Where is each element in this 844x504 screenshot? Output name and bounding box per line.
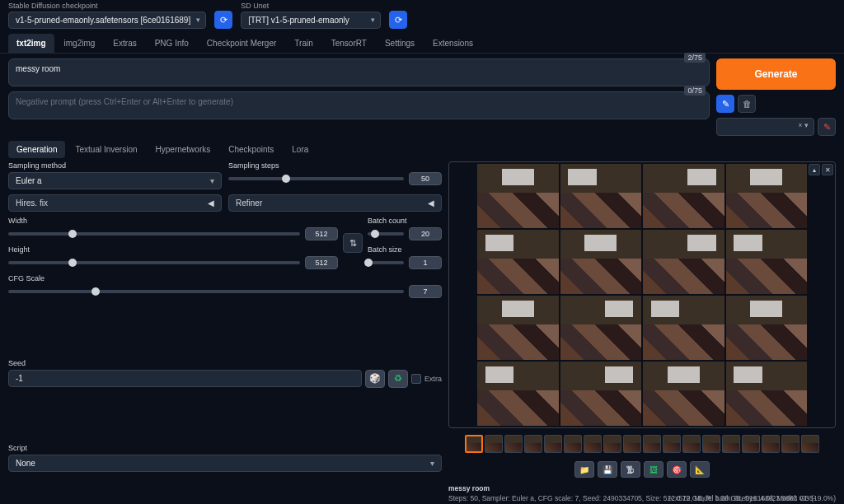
height-value[interactable]: 512 <box>305 256 338 269</box>
thumb[interactable] <box>682 435 701 453</box>
thumb[interactable] <box>643 435 661 453</box>
result-cell[interactable] <box>477 296 559 360</box>
result-cell[interactable] <box>477 230 559 294</box>
thumb[interactable] <box>504 435 523 453</box>
batch-size-slider[interactable] <box>368 261 404 264</box>
thumb[interactable] <box>524 435 542 453</box>
styles-dropdown[interactable]: × ▾ <box>716 118 814 136</box>
result-cell[interactable] <box>643 230 724 294</box>
thumb[interactable] <box>742 435 760 453</box>
main-tabs: txt2img img2img Extras PNG Info Checkpoi… <box>0 34 844 54</box>
chevron-left-icon: ◀ <box>428 198 434 208</box>
result-cell[interactable] <box>643 296 724 360</box>
subtab-textual[interactable]: Textual Inversion <box>67 141 145 158</box>
result-cell[interactable] <box>560 296 642 360</box>
result-cell[interactable] <box>726 230 808 294</box>
thumb[interactable] <box>584 435 602 453</box>
negative-prompt-input[interactable]: Negative prompt (press Ctrl+Enter or Alt… <box>8 91 710 119</box>
zip-button[interactable]: 🗜 <box>621 461 640 478</box>
result-cell[interactable] <box>643 164 724 228</box>
tab-extensions[interactable]: Extensions <box>424 34 481 53</box>
action-buttons: 📁 💾 🗜 🖼 🎯 📐 <box>448 461 836 478</box>
tab-merger[interactable]: Checkpoint Merger <box>199 34 284 53</box>
cfg-slider[interactable] <box>8 290 404 293</box>
batch-count-slider[interactable] <box>368 232 404 236</box>
apply-style-button[interactable]: ✎ <box>818 118 836 136</box>
hires-accordion[interactable]: Hires. fix◀ <box>8 194 222 212</box>
thumb[interactable] <box>781 435 799 453</box>
tab-train[interactable]: Train <box>286 34 321 53</box>
script-select[interactable]: None <box>8 455 442 472</box>
memory-footer: A: 0.79 GB, R: 1.38 GB, Sys: 4.0/23.9883… <box>668 494 836 502</box>
seed-input[interactable]: -1 <box>8 370 362 387</box>
result-cell[interactable] <box>560 362 642 426</box>
result-cell[interactable] <box>726 164 808 228</box>
sampling-steps-value[interactable]: 50 <box>409 172 442 185</box>
tab-settings[interactable]: Settings <box>377 34 423 53</box>
width-slider[interactable] <box>8 232 300 236</box>
reuse-seed-button[interactable]: ♻ <box>388 370 408 388</box>
width-value[interactable]: 512 <box>305 227 338 240</box>
thumb[interactable] <box>801 435 819 453</box>
tab-pnginfo[interactable]: PNG Info <box>147 34 197 53</box>
result-cell[interactable] <box>477 362 559 426</box>
unet-label: SD Unet <box>241 2 381 10</box>
result-cell[interactable] <box>477 164 559 228</box>
refiner-accordion[interactable]: Refiner◀ <box>228 194 442 212</box>
seed-label: Seed <box>8 359 442 367</box>
clear-button[interactable]: 🗑 <box>738 95 756 113</box>
tab-tensorrt[interactable]: TensorRT <box>323 34 375 53</box>
thumb[interactable] <box>663 435 681 453</box>
save-button[interactable]: 💾 <box>598 461 617 478</box>
result-cell[interactable] <box>560 230 642 294</box>
height-label: Height <box>8 245 338 254</box>
tab-txt2img[interactable]: txt2img <box>8 34 54 53</box>
checkpoint-dropdown[interactable]: v1-5-pruned-emaonly.safetensors [6ce0161… <box>8 12 206 29</box>
send-inpaint-button[interactable]: 🎯 <box>667 461 687 478</box>
prompt-input[interactable]: messy room 2/75 <box>8 58 710 86</box>
subtab-lora[interactable]: Lora <box>284 141 316 158</box>
extra-checkbox[interactable]: Extra <box>411 374 442 384</box>
subtab-generation[interactable]: Generation <box>8 141 65 158</box>
generate-button[interactable]: Generate <box>716 58 836 90</box>
tab-extras[interactable]: Extras <box>105 34 144 53</box>
send-img2img-button[interactable]: 🖼 <box>644 461 663 478</box>
height-slider[interactable] <box>8 261 300 264</box>
open-folder-button[interactable]: 📁 <box>574 461 594 478</box>
refresh-unet-button[interactable]: ⟳ <box>389 11 407 29</box>
cfg-value[interactable]: 7 <box>409 285 442 298</box>
width-label: Width <box>8 217 338 225</box>
thumb[interactable] <box>544 435 562 453</box>
cfg-label: CFG Scale <box>8 274 442 282</box>
gallery-up-icon[interactable]: ▴ <box>809 164 820 175</box>
thumb[interactable] <box>485 435 503 453</box>
output-grid[interactable] <box>477 164 807 426</box>
result-cell[interactable] <box>643 362 724 426</box>
sampling-method-select[interactable]: Euler a <box>8 172 222 189</box>
subtab-hypernet[interactable]: Hypernetworks <box>148 141 219 158</box>
sampling-steps-slider[interactable] <box>228 177 404 180</box>
thumb[interactable] <box>564 435 582 453</box>
sub-tabs: Generation Textual Inversion Hypernetwor… <box>0 141 844 158</box>
result-cell[interactable] <box>560 164 642 228</box>
thumb[interactable] <box>722 435 740 453</box>
thumb[interactable] <box>603 435 621 453</box>
refresh-checkpoint-button[interactable]: ⟳ <box>214 11 232 29</box>
random-seed-button[interactable]: 🎲 <box>365 370 385 388</box>
thumb-grid[interactable] <box>465 435 483 453</box>
tab-img2img[interactable]: img2img <box>56 34 104 53</box>
result-cell[interactable] <box>726 362 808 426</box>
result-cell[interactable] <box>726 296 808 360</box>
paste-button[interactable]: ✎ <box>716 95 734 113</box>
send-extras-button[interactable]: 📐 <box>690 461 710 478</box>
thumb[interactable] <box>762 435 780 453</box>
swap-wh-button[interactable]: ⇅ <box>343 233 363 253</box>
prompt-text: messy room <box>16 64 60 73</box>
thumb[interactable] <box>623 435 641 453</box>
batch-count-value[interactable]: 20 <box>409 227 442 240</box>
batch-size-value[interactable]: 1 <box>409 256 442 269</box>
gallery-close-icon[interactable]: ✕ <box>822 164 833 175</box>
thumb[interactable] <box>702 435 720 453</box>
unet-dropdown[interactable]: [TRT] v1-5-pruned-emaonly <box>241 12 381 29</box>
subtab-checkpoints[interactable]: Checkpoints <box>220 141 282 158</box>
